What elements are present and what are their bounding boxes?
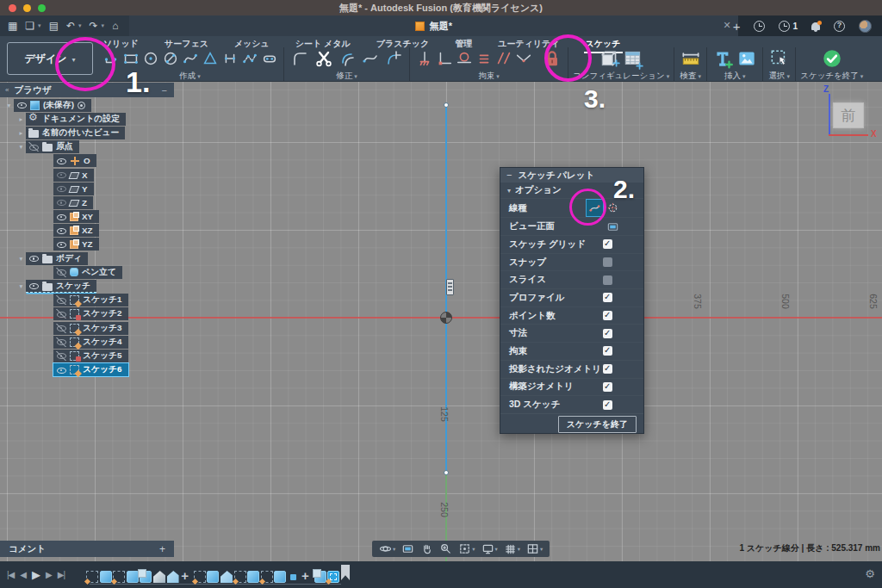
notifications-bell-icon[interactable] <box>811 22 820 30</box>
timeline-fillet-feature[interactable] <box>220 571 233 583</box>
job-status-indicator[interactable]: 1 <box>779 21 798 32</box>
add-comment-icon[interactable]: + <box>159 543 174 555</box>
tree-row-document-settings[interactable]: ドキュメントの設定 <box>0 112 345 126</box>
tangent-constraint-icon[interactable] <box>454 47 474 70</box>
tree-chevron-icon[interactable] <box>16 282 26 290</box>
option-checkbox[interactable] <box>603 364 612 374</box>
user-avatar[interactable] <box>859 20 872 33</box>
option-checkbox[interactable] <box>603 257 612 267</box>
insert-group-label[interactable]: 挿入 <box>724 71 745 82</box>
file-menu-caret-icon[interactable]: ▾ <box>38 22 41 29</box>
option-checkbox[interactable] <box>603 275 612 285</box>
save-icon[interactable]: ▤ <box>49 21 59 31</box>
timeline-extrude-feature[interactable] <box>274 571 286 583</box>
tree-row-plane-xy[interactable]: XY <box>0 210 345 224</box>
insert-text-icon[interactable] <box>711 47 735 70</box>
viewports-caret-icon[interactable]: ▾ <box>540 546 543 553</box>
select-group-label[interactable]: 選択 <box>768 71 789 82</box>
timeline-point-feature[interactable] <box>290 574 296 580</box>
tree-row-axis-y[interactable]: Y <box>0 182 345 195</box>
display-caret-icon[interactable]: ▾ <box>495 546 498 553</box>
visibility-eye-icon[interactable] <box>56 156 66 165</box>
control-point-spline-tool-icon[interactable] <box>239 47 259 70</box>
visibility-eye-icon[interactable] <box>56 351 66 361</box>
fix-constraint-icon[interactable] <box>414 47 434 70</box>
tree-row-origin-point[interactable]: O <box>0 154 345 168</box>
tree-row-plane-xz[interactable]: XZ <box>0 224 345 238</box>
constraints-group-label[interactable]: 拘束 <box>478 71 499 82</box>
tree-row-sketch1[interactable]: スケッチ1 <box>0 294 345 307</box>
timeline-extrude-feature[interactable] <box>207 571 219 583</box>
visibility-eye-icon[interactable] <box>56 268 66 277</box>
tree-row-axis-z[interactable]: Z <box>0 195 345 209</box>
tree-row-plane-yz[interactable]: YZ <box>0 238 345 251</box>
collinear-constraint-icon[interactable] <box>513 47 533 70</box>
create-group-label[interactable]: 作成 <box>179 71 200 82</box>
go-to-start-button[interactable]: |◀ <box>7 570 14 579</box>
configuration-table-icon[interactable] <box>621 47 644 70</box>
tree-chevron-icon[interactable] <box>16 143 26 151</box>
tree-chevron-icon[interactable] <box>16 115 26 123</box>
tree-row-sketch5[interactable]: スケッチ5 <box>0 349 345 362</box>
tree-row-named-views[interactable]: 名前の付いたビュー <box>0 126 345 139</box>
slot-h-tool-icon[interactable] <box>220 47 239 70</box>
spline-tool-icon[interactable] <box>180 47 200 70</box>
visibility-eye-icon[interactable] <box>56 239 66 249</box>
fillet-tool-icon[interactable] <box>289 47 312 70</box>
modify-group-label[interactable]: 修正 <box>336 71 357 82</box>
tree-row-body-penstand[interactable]: ペン立て <box>0 265 345 279</box>
minimize-palette-icon[interactable]: − <box>506 171 512 179</box>
collapse-panel-icon[interactable]: « <box>5 86 9 94</box>
two-point-circle-tool-icon[interactable] <box>160 47 180 70</box>
tree-chevron-icon[interactable] <box>16 129 26 137</box>
timeline-sketch-feature[interactable] <box>234 571 246 583</box>
comments-bar[interactable]: コメント + <box>0 541 174 557</box>
orbit-button[interactable]: ▾ <box>379 542 395 555</box>
viewcube-front-face[interactable]: 前 <box>833 102 864 128</box>
parallel-constraint-icon[interactable] <box>494 47 513 70</box>
section-collapse-icon[interactable]: ▾ <box>507 187 511 195</box>
grid-snap-button[interactable]: ▾ <box>504 542 520 555</box>
visibility-eye-icon[interactable] <box>28 282 39 291</box>
tree-row-sketches-folder[interactable]: スケッチ <box>0 279 345 293</box>
timeline-sketch-feature[interactable] <box>194 571 206 583</box>
zoom-button[interactable] <box>439 542 452 555</box>
measure-icon[interactable] <box>679 47 702 70</box>
option-checkbox[interactable] <box>603 311 612 320</box>
tree-row-document[interactable]: (未保存) <box>0 98 345 112</box>
visibility-eye-icon[interactable] <box>56 226 66 235</box>
close-tab-icon[interactable] <box>721 19 733 31</box>
fit-button[interactable]: ▾ <box>458 542 475 555</box>
polygon-tool-icon[interactable] <box>200 47 220 70</box>
look-at-button[interactable] <box>605 219 621 235</box>
timeline-extrude-feature[interactable] <box>247 571 259 583</box>
timeline-move-feature[interactable] <box>301 571 313 583</box>
visibility-eye-icon[interactable] <box>56 212 66 221</box>
inspect-group-label[interactable]: 検査 <box>680 71 700 82</box>
display-settings-button[interactable]: ▾ <box>481 542 498 555</box>
app-launcher-icon[interactable]: ▦ <box>8 21 17 31</box>
finish-sketch-label[interactable]: スケッチを終了 <box>800 71 863 82</box>
new-tab-icon[interactable]: + <box>733 20 741 33</box>
minimize-panel-icon[interactable]: − <box>162 86 167 95</box>
trim-tool-icon[interactable] <box>312 47 335 70</box>
timeline-combine-feature[interactable] <box>314 571 326 583</box>
select-window-icon[interactable] <box>767 47 791 70</box>
visibility-eye-icon[interactable] <box>56 295 66 305</box>
option-checkbox[interactable] <box>603 293 612 302</box>
tree-row-origin-folder[interactable]: 原点 <box>0 140 345 154</box>
option-checkbox[interactable] <box>603 400 612 410</box>
recent-files-icon[interactable] <box>754 21 765 32</box>
extend-tool-icon[interactable] <box>382 47 405 70</box>
visibility-eye-icon[interactable] <box>56 198 66 207</box>
help-icon[interactable] <box>834 21 845 32</box>
dimension-grip-handle[interactable] <box>446 279 454 295</box>
offset-tool-icon[interactable] <box>335 47 358 70</box>
insert-image-icon[interactable] <box>735 47 758 70</box>
tree-row-sketch4[interactable]: スケッチ4 <box>0 335 345 349</box>
pan-button[interactable] <box>420 542 433 555</box>
document-tab[interactable]: 無題* <box>129 15 738 36</box>
home-icon[interactable]: ⌂ <box>112 21 118 31</box>
option-checkbox[interactable] <box>603 346 612 356</box>
undo-caret-icon[interactable]: ▾ <box>78 22 82 29</box>
